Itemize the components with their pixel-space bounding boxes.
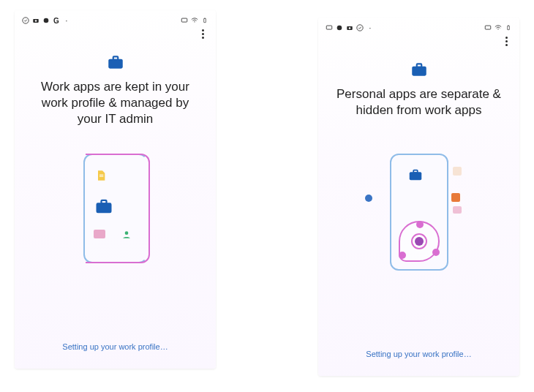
orange-square-icon [451, 193, 460, 202]
svg-rect-10 [99, 176, 103, 177]
camera-icon [346, 24, 353, 31]
wifi-icon [494, 24, 502, 31]
svg-rect-21 [508, 26, 508, 26]
svg-rect-4 [181, 18, 187, 22]
battery-icon [505, 24, 512, 31]
svg-point-3 [44, 18, 49, 23]
pink-square-icon [94, 230, 105, 238]
setup-status-text: Setting up your work profile… [22, 342, 208, 361]
svg-rect-8 [113, 56, 118, 59]
svg-rect-25 [413, 170, 418, 173]
phone-work-profile: G · Work apps are kept in your work pr [15, 10, 216, 369]
briefcase-header-icon [22, 53, 208, 72]
svg-point-0 [23, 18, 29, 23]
status-bar: G · [22, 15, 208, 26]
status-bar: · [326, 22, 512, 34]
status-left: G · [22, 17, 70, 24]
dot-icon: · [63, 17, 70, 24]
circle-icon [42, 17, 50, 24]
setup-status-text: Setting up your work profile… [326, 350, 512, 369]
cast-icon [484, 24, 492, 31]
status-left: · [326, 24, 374, 31]
status-right [181, 17, 208, 24]
svg-point-2 [35, 20, 37, 22]
wifi-icon [191, 17, 198, 24]
phone-personal-apps: · Personal apps are separate & hidden fr… [318, 18, 519, 376]
dot-icon: · [366, 24, 374, 31]
circle-icon [336, 24, 343, 31]
camera-icon [32, 17, 40, 24]
briefcase-header-icon [326, 60, 512, 79]
illustration-personal [326, 118, 512, 350]
doc-yellow-icon [95, 168, 107, 183]
personal-widget-cluster-icon [399, 221, 440, 262]
check-circle-icon [22, 17, 29, 24]
more-options-button[interactable] [500, 35, 512, 47]
check-circle-icon [356, 24, 364, 31]
page-title: Personal apps are separate & hidden from… [326, 79, 512, 118]
svg-rect-9 [99, 175, 103, 176]
svg-rect-12 [101, 200, 106, 204]
svg-rect-20 [508, 26, 510, 29]
svg-rect-23 [416, 64, 421, 67]
svg-rect-5 [204, 18, 206, 22]
svg-rect-14 [326, 26, 332, 29]
cast-icon [326, 24, 333, 31]
more-options-button[interactable] [197, 28, 208, 39]
status-right [484, 24, 512, 31]
google-g-icon: G [53, 17, 60, 24]
svg-point-17 [349, 27, 351, 29]
pink-square-icon [453, 206, 462, 214]
svg-rect-6 [204, 18, 205, 19]
svg-point-15 [337, 26, 342, 31]
page-title: Work apps are kept in your work profile … [22, 72, 208, 127]
briefcase-icon [407, 167, 424, 183]
svg-point-13 [124, 232, 128, 235]
blue-dot-icon [365, 195, 372, 202]
illustration-work [22, 127, 208, 342]
cast-icon [181, 17, 188, 24]
peach-square-icon [453, 167, 462, 176]
person-green-icon [121, 230, 132, 240]
briefcase-icon [94, 196, 114, 216]
svg-rect-19 [485, 26, 491, 29]
battery-icon [201, 17, 208, 24]
svg-point-18 [357, 25, 363, 31]
